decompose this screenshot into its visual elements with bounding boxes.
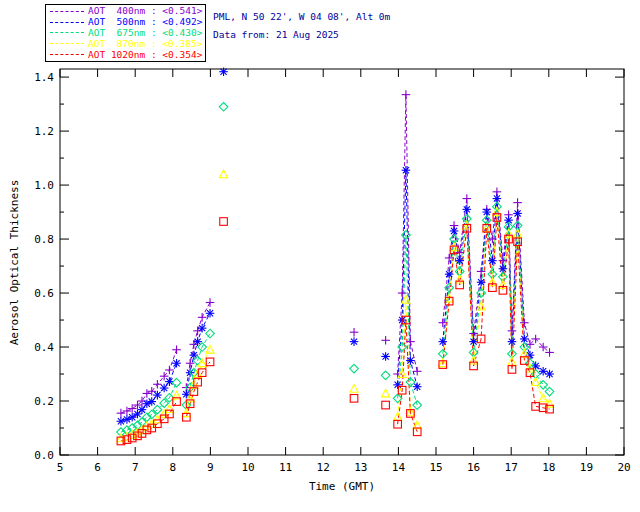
legend-line-sample-500nm <box>50 22 84 23</box>
plot-svg: 5678910111213141516171819200.00.20.40.60… <box>0 0 640 512</box>
svg-text:11: 11 <box>279 461 292 474</box>
svg-text:13: 13 <box>354 461 367 474</box>
svg-text:14: 14 <box>392 461 406 474</box>
svg-text:0.6: 0.6 <box>34 287 54 300</box>
legend-entry-500nm: AOT 500nm : <0.492> <box>50 17 205 27</box>
legend-line-sample-400nm <box>50 11 84 12</box>
svg-text:0.2: 0.2 <box>34 395 54 408</box>
svg-text:10: 10 <box>241 461 254 474</box>
svg-text:1.0: 1.0 <box>34 179 54 192</box>
svg-text:17: 17 <box>505 461 518 474</box>
svg-text:19: 19 <box>580 461 593 474</box>
svg-text:18: 18 <box>542 461 555 474</box>
legend-line-sample-675nm <box>50 32 84 33</box>
svg-text:16: 16 <box>467 461 480 474</box>
legend-entry-1020nm: AOT 1020nm : <0.354> <box>50 50 205 60</box>
legend: AOT 400nm : <0.541> AOT 500nm : <0.492> … <box>45 4 206 62</box>
svg-text:8: 8 <box>169 461 176 474</box>
legend-line-sample-1020nm <box>50 54 84 55</box>
svg-text:0.0: 0.0 <box>34 449 54 462</box>
svg-text:12: 12 <box>317 461 330 474</box>
svg-text:5: 5 <box>57 461 64 474</box>
legend-label-675nm: AOT 675nm : <0.430> <box>88 28 202 38</box>
legend-label-500nm: AOT 500nm : <0.492> <box>88 17 202 27</box>
data-date-line: Data from: 21 Aug 2025 <box>213 29 339 40</box>
legend-entry-870nm: AOT 870nm : <0.385> <box>50 39 205 49</box>
station-info-block: PML, N 50 22', W 04 08', Alt 0mData from… <box>213 8 390 44</box>
svg-text:1.4: 1.4 <box>34 71 54 84</box>
svg-text:7: 7 <box>132 461 139 474</box>
legend-label-400nm: AOT 400nm : <0.541> <box>88 6 202 16</box>
legend-line-sample-870nm <box>50 43 84 44</box>
y-axis-label: Aerosol Optical Thickness <box>8 148 21 378</box>
svg-text:20: 20 <box>617 461 630 474</box>
x-axis-label: Time (GMT) <box>200 480 484 493</box>
aot-timeseries-page: 5678910111213141516171819200.00.20.40.60… <box>0 0 640 512</box>
svg-text:9: 9 <box>207 461 214 474</box>
legend-label-870nm: AOT 870nm : <0.385> <box>88 39 202 49</box>
svg-text:15: 15 <box>429 461 442 474</box>
series-line-500nm <box>186 313 210 394</box>
legend-entry-400nm: AOT 400nm : <0.541> <box>50 6 205 16</box>
legend-entry-675nm: AOT 675nm : <0.430> <box>50 28 205 38</box>
svg-text:6: 6 <box>94 461 101 474</box>
svg-text:0.8: 0.8 <box>34 233 54 246</box>
station-location-line: PML, N 50 22', W 04 08', Alt 0m <box>213 11 390 22</box>
legend-label-1020nm: AOT 1020nm : <0.354> <box>88 50 202 60</box>
svg-text:0.4: 0.4 <box>34 341 54 354</box>
svg-text:1.2: 1.2 <box>34 125 54 138</box>
